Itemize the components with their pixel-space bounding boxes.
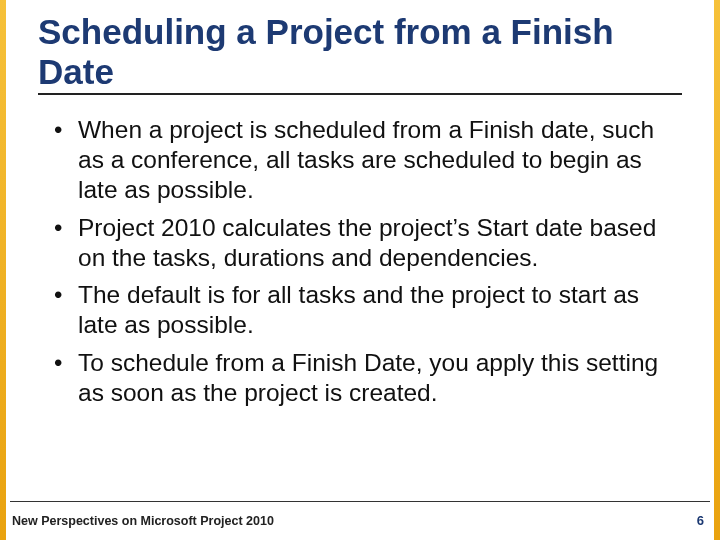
bullet-list: When a project is scheduled from a Finis… [50,115,668,408]
title-block: Scheduling a Project from a Finish Date [38,12,682,95]
accent-stripe-right [714,0,720,540]
slide: Scheduling a Project from a Finish Date … [0,0,720,540]
list-item: When a project is scheduled from a Finis… [50,115,668,205]
list-item: Project 2010 calculates the project’s St… [50,213,668,273]
body-block: When a project is scheduled from a Finis… [50,115,668,416]
list-item: To schedule from a Finish Date, you appl… [50,348,668,408]
page-number: 6 [697,513,704,528]
footer-text: New Perspectives on Microsoft Project 20… [12,514,274,528]
footer-rule [10,501,710,502]
slide-title: Scheduling a Project from a Finish Date [38,12,682,93]
list-item: The default is for all tasks and the pro… [50,280,668,340]
accent-stripe-left [0,0,6,540]
